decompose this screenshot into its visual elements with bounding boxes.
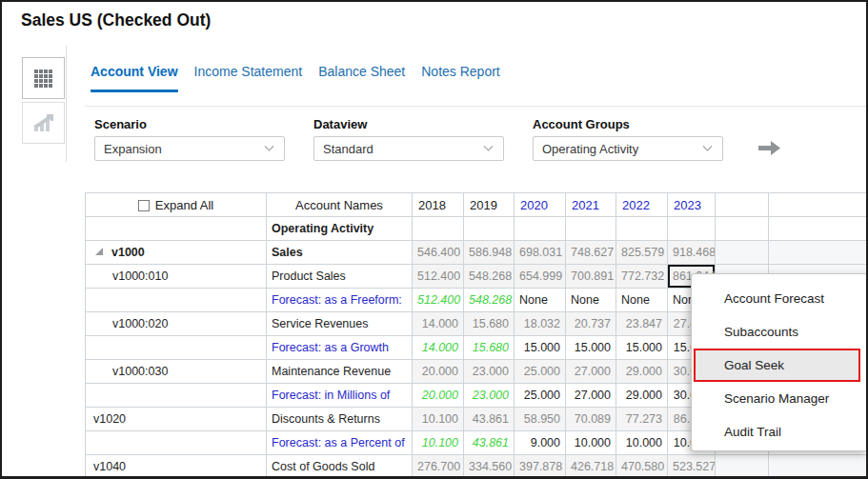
- empty-cell[interactable]: [716, 241, 769, 265]
- value-cell-2019[interactable]: 548.268: [464, 289, 515, 312]
- menu-item-scenario-manager[interactable]: Scenario Manager: [692, 382, 868, 415]
- menu-item-subaccounts[interactable]: Subaccounts: [692, 315, 868, 349]
- value-cell-2018[interactable]: 546.400: [413, 241, 464, 265]
- forecast-method-link[interactable]: Forecast: as a Growth: [267, 336, 413, 360]
- value-cell-2019[interactable]: [464, 217, 515, 241]
- value-cell-2020[interactable]: 25.000: [515, 360, 566, 384]
- value-cell-2019[interactable]: 548.268: [464, 265, 515, 289]
- value-cell-2022[interactable]: 29.000: [616, 384, 668, 408]
- value-cell-2020[interactable]: 15.000: [515, 336, 566, 360]
- account-code-cell[interactable]: v1020: [86, 408, 267, 431]
- tab-account-view[interactable]: Account View: [91, 64, 178, 92]
- scenario-select[interactable]: Expansion: [94, 136, 285, 161]
- value-cell-2020[interactable]: 58.950: [515, 408, 566, 431]
- forecast-method-link[interactable]: Forecast: as a Freeform:: [267, 289, 413, 312]
- menu-item-audit-trail[interactable]: Audit Trail: [692, 415, 868, 449]
- value-cell-2022[interactable]: 77.273: [616, 408, 668, 431]
- value-cell-2020[interactable]: 698.031: [515, 241, 566, 265]
- account-code-cell[interactable]: v1000:030: [86, 360, 267, 384]
- tab-balance-sheet[interactable]: Balance Sheet: [318, 64, 405, 92]
- year-header-2018[interactable]: 2018: [413, 193, 464, 217]
- value-cell-2021[interactable]: 27.000: [566, 384, 616, 408]
- expand-all-checkbox[interactable]: [138, 200, 150, 211]
- empty-cell[interactable]: [716, 455, 769, 479]
- value-cell-2018[interactable]: 276.700: [413, 455, 464, 479]
- empty-cell[interactable]: [769, 455, 868, 479]
- value-cell-2021[interactable]: 20.737: [566, 312, 616, 336]
- value-cell-2022[interactable]: 10.000: [616, 431, 668, 455]
- value-cell-2019[interactable]: 43.861: [464, 431, 515, 455]
- value-cell-2018[interactable]: 10.100: [413, 431, 464, 455]
- empty-cell[interactable]: [769, 217, 868, 241]
- account-code-cell[interactable]: v1000:010: [86, 265, 267, 289]
- account-code-cell[interactable]: [86, 384, 267, 408]
- value-cell-2019[interactable]: 23.000: [464, 384, 515, 408]
- account-code-cell[interactable]: v1040: [86, 455, 267, 479]
- value-cell-2020[interactable]: None: [515, 289, 566, 312]
- value-cell-2019[interactable]: 43.861: [464, 408, 515, 431]
- value-cell-2018[interactable]: 512.400: [413, 265, 464, 289]
- value-cell-2023[interactable]: [668, 217, 716, 241]
- value-cell-2022[interactable]: 15.000: [616, 336, 668, 360]
- value-cell-2019[interactable]: 15.680: [464, 336, 515, 360]
- chart-view-button[interactable]: [22, 102, 65, 144]
- tab-income-statement[interactable]: Income Statement: [194, 64, 303, 92]
- value-cell-2022[interactable]: 23.847: [616, 312, 668, 336]
- account-code-cell[interactable]: [86, 336, 267, 360]
- account-code-cell[interactable]: v1000:020: [86, 312, 267, 336]
- value-cell-2018[interactable]: [413, 217, 464, 241]
- value-cell-2019[interactable]: 334.560: [464, 455, 515, 479]
- value-cell-2020[interactable]: 25.000: [515, 384, 566, 408]
- value-cell-2018[interactable]: 20.000: [413, 384, 464, 408]
- tab-notes-report[interactable]: Notes Report: [421, 64, 499, 92]
- menu-item-goal-seek[interactable]: Goal Seek: [694, 349, 860, 382]
- value-cell-2018[interactable]: 20.000: [413, 360, 464, 384]
- value-cell-2019[interactable]: 23.000: [464, 360, 515, 384]
- forecast-method-link[interactable]: Forecast: as a Percent of: [267, 431, 413, 455]
- menu-item-account-forecast[interactable]: Account Forecast: [692, 282, 868, 315]
- value-cell-2021[interactable]: 70.089: [566, 408, 616, 431]
- dataview-select[interactable]: Standard: [313, 136, 504, 161]
- value-cell-2021[interactable]: 748.627: [566, 241, 616, 265]
- value-cell-2022[interactable]: 470.580: [616, 455, 668, 479]
- grid-view-button[interactable]: [22, 57, 65, 99]
- value-cell-2020[interactable]: 9.000: [515, 431, 566, 455]
- year-header-2020[interactable]: 2020: [515, 193, 566, 217]
- account-code-cell[interactable]: v1000: [86, 241, 267, 265]
- year-header-2023[interactable]: 2023: [668, 193, 716, 217]
- value-cell-2021[interactable]: [566, 217, 616, 241]
- value-cell-2020[interactable]: 654.999: [515, 265, 566, 289]
- account-code-cell[interactable]: [86, 289, 267, 312]
- value-cell-2019[interactable]: 586.948: [464, 241, 515, 265]
- value-cell-2020[interactable]: 18.032: [515, 312, 566, 336]
- value-cell-2021[interactable]: None: [566, 289, 616, 312]
- value-cell-2022[interactable]: 825.579: [616, 241, 668, 265]
- value-cell-2021[interactable]: 426.718: [566, 455, 616, 479]
- value-cell-2020[interactable]: [515, 217, 566, 241]
- go-arrow-button[interactable]: [757, 138, 783, 159]
- value-cell-2018[interactable]: 14.000: [413, 336, 464, 360]
- year-header-2021[interactable]: 2021: [566, 193, 616, 217]
- value-cell-2019[interactable]: 15.680: [464, 312, 515, 336]
- forecast-method-link[interactable]: Forecast: in Millions of: [267, 384, 413, 408]
- value-cell-2018[interactable]: 512.400: [413, 289, 464, 312]
- account-code-cell[interactable]: [86, 431, 267, 455]
- year-header-2019[interactable]: 2019: [464, 193, 515, 217]
- value-cell-2020[interactable]: 397.878: [515, 455, 566, 479]
- value-cell-2021[interactable]: 700.891: [566, 265, 616, 289]
- account-code-cell[interactable]: [86, 217, 267, 241]
- value-cell-2022[interactable]: [616, 217, 668, 241]
- empty-cell[interactable]: [716, 217, 769, 241]
- account-groups-select[interactable]: Operating Activity: [533, 136, 723, 161]
- value-cell-2023[interactable]: 918.468: [668, 241, 716, 265]
- value-cell-2021[interactable]: 27.000: [566, 360, 616, 384]
- value-cell-2018[interactable]: 10.100: [413, 408, 464, 431]
- year-header-2022[interactable]: 2022: [616, 193, 668, 217]
- value-cell-2021[interactable]: 15.000: [566, 336, 616, 360]
- empty-cell[interactable]: [769, 241, 868, 265]
- value-cell-2022[interactable]: None: [616, 289, 668, 312]
- value-cell-2022[interactable]: 772.732: [616, 265, 668, 289]
- collapse-triangle-icon[interactable]: [95, 248, 103, 255]
- value-cell-2023[interactable]: 523.527: [668, 455, 716, 479]
- value-cell-2018[interactable]: 14.000: [413, 312, 464, 336]
